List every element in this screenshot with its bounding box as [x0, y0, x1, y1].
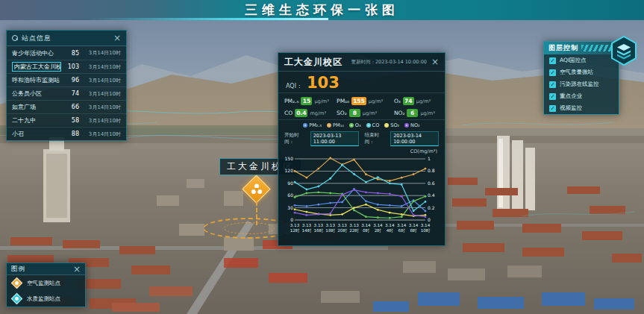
close-icon[interactable]: × [73, 265, 81, 274]
x-axis-label: 3.142时 [373, 223, 383, 233]
data-point [329, 157, 331, 160]
search-icon[interactable] [12, 35, 18, 41]
legend-panel-title: 图例 [11, 265, 73, 274]
axis-tick-label: 60 [287, 192, 293, 198]
legend-item-list: 空气监测站点水质监测站点 [7, 275, 85, 307]
pollutant-cell: SO₂8μg/m³ [337, 109, 394, 117]
station-list: 青少年活动中心853月14日10时内蒙古工大金川校区1033月14日10时呼和浩… [7, 46, 126, 140]
pollutant-name: NO₂ [394, 110, 405, 116]
station-row[interactable]: 如意广场663月14日10时 [7, 100, 126, 113]
axis-tick-label: 150 [285, 156, 294, 161]
data-point [294, 212, 296, 214]
data-point [294, 170, 296, 172]
station-list-panel: 站点信息 × 青少年活动中心853月14日10时内蒙古工大金川校区1033月14… [6, 30, 127, 141]
marker-diamond-icon [11, 277, 23, 289]
data-point [353, 207, 355, 209]
pollutant-trend-chart: 030609012015000.20.40.60.813.1312时3.1314… [278, 154, 445, 242]
data-point [377, 192, 379, 195]
legend-item[interactable]: NO₂ [404, 122, 420, 128]
station-update-time: 3月14日10时 [82, 49, 121, 57]
station-aqi-value: 96 [64, 77, 79, 84]
legend-label: SO₂ [390, 122, 399, 128]
pollutant-value-badge: 15 [301, 97, 312, 105]
checkbox-checked-icon[interactable]: ✓ [549, 57, 556, 64]
x-axis-label: 3.144时 [385, 223, 395, 233]
start-time-input[interactable]: 2023-03-13 11:00:00 [310, 131, 359, 146]
legend-item[interactable]: CO [366, 122, 380, 128]
legend-item[interactable]: PM₁₀ [327, 122, 344, 128]
station-name: 如意广场 [12, 103, 61, 111]
legend-item[interactable]: 空气监测站点 [7, 275, 85, 291]
x-axis-label: 3.1320时 [337, 223, 347, 233]
station-row[interactable]: 呼和浩特市监测站963月14日10时 [7, 73, 126, 87]
close-icon[interactable]: × [113, 34, 121, 43]
close-icon[interactable]: × [431, 57, 439, 66]
station-update-time: 3月14日10时 [82, 117, 121, 125]
legend-item[interactable]: SO₂ [384, 122, 399, 128]
legend-item[interactable]: O₃ [349, 122, 361, 128]
station-row[interactable]: 二十九中583月14日10时 [7, 113, 126, 127]
end-time-input[interactable]: 2023-03-14 10:00:00 [390, 131, 439, 146]
legend-label: CO [372, 122, 380, 128]
station-aqi-value: 88 [64, 131, 79, 137]
data-point [306, 211, 308, 213]
pollutant-value-badge: 155 [351, 97, 366, 105]
legend-color-dot [366, 123, 371, 128]
data-point [377, 176, 379, 178]
checkbox-checked-icon[interactable]: ✓ [549, 93, 556, 100]
x-axis-label: 3.1318时 [325, 223, 335, 233]
legend-item[interactable]: 水质监测站点 [7, 291, 85, 307]
layer-label: 空气质量微站 [560, 69, 593, 76]
data-point [365, 204, 367, 206]
station-aqi-value: 58 [64, 117, 79, 124]
data-point [317, 168, 319, 170]
data-point [401, 183, 403, 186]
layer-item[interactable]: ✓AQI国控点 [544, 54, 619, 66]
layer-item[interactable]: ✓空气质量微站 [544, 66, 619, 78]
checkbox-checked-icon[interactable]: ✓ [549, 105, 556, 112]
app-header: 三维生态环保一张图 [0, 0, 644, 20]
pollutant-cell: CO0.4mg/m³ [284, 109, 337, 117]
station-update-time: 3月14日10时 [82, 104, 121, 111]
pollutant-unit: μg/m³ [314, 98, 328, 104]
x-axis-label: 3.1316时 [313, 223, 323, 233]
layer-item[interactable]: ✓重点企业 [544, 90, 619, 102]
legend-item[interactable]: PM₂.₅ [303, 122, 322, 128]
legend-color-dot [349, 123, 354, 128]
layer-item[interactable]: ✓视频监控 [544, 102, 619, 114]
legend-item-label: 水质监测站点 [27, 295, 60, 303]
station-row[interactable]: 青少年活动中心853月14日10时 [7, 46, 126, 60]
data-point [401, 195, 403, 198]
station-row[interactable]: 小召883月14日10时 [7, 127, 126, 140]
data-point [377, 209, 379, 211]
station-row[interactable]: 公务员小区743月14日10时 [7, 87, 126, 100]
data-point [317, 204, 319, 206]
data-point [365, 200, 367, 202]
layer-item[interactable]: ✓污染源在线监控 [544, 78, 619, 90]
pollutant-name: CO [284, 110, 293, 116]
data-point [353, 189, 355, 191]
popup-header: 工大金川校区 更新时间：2023-03-14 10:00:00 × [278, 53, 445, 72]
station-detail-popup: 工大金川校区 更新时间：2023-03-14 10:00:00 × AQI： 1… [278, 52, 446, 246]
update-time: 更新时间：2023-03-14 10:00:00 [347, 59, 427, 66]
start-time-label: 开始时间： [284, 132, 304, 145]
layers-hexagon-icon[interactable] [610, 36, 637, 66]
marker-diamond-icon [11, 293, 23, 305]
data-point [365, 173, 367, 175]
header-stripes-decoration [581, 45, 614, 51]
aqi-row: AQI： 103 [278, 72, 445, 93]
axis-tick-label: 30 [287, 205, 293, 210]
aqi-label: AQI： [286, 82, 302, 90]
station-update-time: 3月14日10时 [82, 77, 121, 84]
data-point [329, 192, 331, 195]
station-update-time: 3月14日10时 [82, 90, 121, 98]
checkbox-checked-icon[interactable]: ✓ [549, 69, 556, 76]
station-aqi-value: 103 [64, 63, 79, 70]
data-point [317, 213, 319, 216]
data-point [389, 217, 391, 219]
data-point [425, 168, 427, 170]
station-row[interactable]: 内蒙古工大金川校区1033月14日10时 [7, 60, 126, 73]
page-title: 三维生态环保一张图 [245, 1, 399, 19]
checkbox-checked-icon[interactable]: ✓ [549, 81, 556, 88]
layer-label: 污染源在线监控 [560, 81, 599, 88]
